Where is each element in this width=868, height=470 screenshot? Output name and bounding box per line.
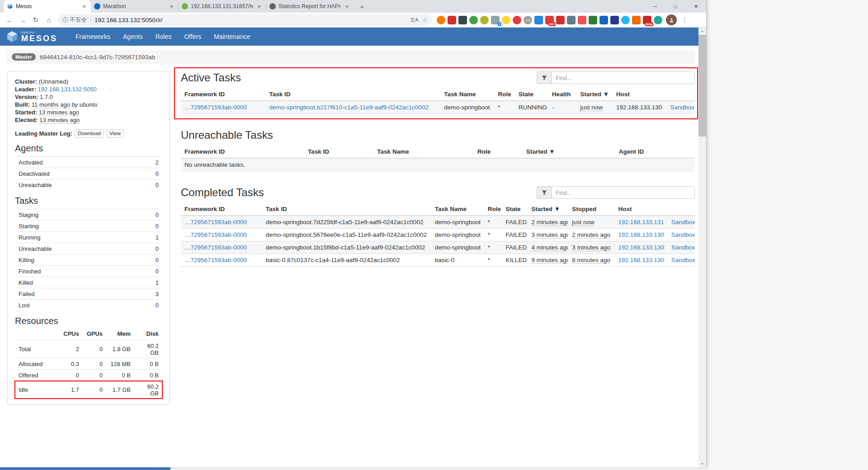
col-task-name[interactable]: Task Name	[373, 146, 474, 158]
nav-item-roles[interactable]: Roles	[149, 28, 178, 46]
extension-icon[interactable]: 1	[491, 16, 500, 24]
tab-spring-hello[interactable]: 192.168.133.131:31657/hello ✕	[179, 0, 266, 13]
tab-haproxy[interactable]: Statistics Report for HAProxy ✕	[266, 0, 354, 13]
tab-marathon[interactable]: Marathon ✕	[91, 0, 178, 13]
col-role[interactable]: Role	[474, 146, 523, 158]
window-maximize-button[interactable]: □	[665, 0, 686, 13]
col-stopped[interactable]: Stopped	[568, 203, 614, 216]
col-health[interactable]: Health	[548, 88, 577, 101]
scroll-up-icon[interactable]: ▲	[698, 28, 706, 34]
col-framework-id[interactable]: Framework ID	[181, 146, 304, 158]
completed-tasks-find-input[interactable]	[552, 186, 695, 199]
tab-close-icon[interactable]: ✕	[81, 3, 88, 10]
vertical-scrollbar[interactable]: ▲ ▼	[698, 28, 706, 467]
col-state[interactable]: State	[502, 203, 528, 216]
col-host[interactable]: Host	[613, 88, 666, 101]
task-id-link[interactable]: demo-springboot.b217f610-c1a5-11e9-aaf9-…	[269, 104, 429, 111]
back-button[interactable]: ←	[4, 14, 15, 26]
col-sandbox[interactable]	[668, 203, 695, 216]
nav-item-frameworks[interactable]: Frameworks	[69, 28, 117, 46]
extension-icon[interactable]	[654, 16, 662, 24]
extension-icon[interactable]: (=)	[524, 16, 532, 24]
extension-icon[interactable]	[578, 16, 586, 24]
bookmark-star-icon[interactable]: ☆	[422, 16, 428, 24]
extension-icon[interactable]: 99+	[545, 16, 554, 24]
filter-button[interactable]	[537, 71, 552, 84]
tab-close-icon[interactable]: ✕	[256, 3, 263, 10]
col-task-name[interactable]: Task Name	[431, 203, 484, 216]
translate-icon[interactable]: 文A	[410, 17, 418, 24]
extension-icon[interactable]	[437, 16, 445, 24]
new-tab-button[interactable]: +	[357, 1, 367, 11]
framework-id-link[interactable]: …7295671593ab-0000	[184, 104, 247, 111]
sandbox-link[interactable]: Sandbox	[670, 104, 694, 111]
forward-button[interactable]: →	[17, 14, 28, 26]
nav-item-agents[interactable]: Agents	[117, 28, 149, 46]
col-framework-id[interactable]: Framework ID	[181, 88, 266, 101]
col-role[interactable]: Role	[495, 88, 515, 101]
framework-id-link[interactable]: …7295671593ab-0000	[184, 231, 247, 238]
mesos-brand[interactable]: Apache MESOS	[6, 31, 57, 42]
reload-button[interactable]: ↻	[30, 14, 42, 26]
col-task-id[interactable]: Task ID	[266, 88, 441, 101]
leader-link[interactable]: 192.168.133.132:5050	[38, 86, 97, 93]
extension-icon[interactable]	[502, 16, 510, 24]
col-started-sorted[interactable]: Started ▼	[523, 146, 615, 158]
home-button[interactable]: ⌂	[43, 14, 55, 26]
extension-icon[interactable]: New	[643, 16, 651, 24]
extension-icon[interactable]	[513, 16, 521, 24]
nav-item-maintenance[interactable]: Maintenance	[208, 28, 256, 46]
col-task-id[interactable]: Task ID	[304, 146, 373, 158]
host-link[interactable]: 192.168.133.131	[618, 219, 664, 226]
tab-close-icon[interactable]: ✕	[168, 3, 175, 10]
extension-icon[interactable]	[556, 16, 565, 24]
filter-button[interactable]	[537, 186, 552, 199]
url-text[interactable]: 192.168.133.132:5050/#/	[94, 17, 410, 24]
framework-id-link[interactable]: …7295671593ab-0000	[184, 244, 247, 251]
extension-icon[interactable]	[480, 16, 489, 24]
extension-icon[interactable]	[448, 16, 456, 24]
extension-icon[interactable]	[567, 16, 576, 24]
active-tasks-find-input[interactable]	[552, 71, 695, 84]
scroll-down-icon[interactable]: ▼	[698, 461, 706, 467]
col-role[interactable]: Role	[484, 203, 502, 216]
scrollbar-thumb[interactable]	[698, 35, 706, 136]
tab-close-icon[interactable]: ✕	[344, 3, 350, 10]
window-close-button[interactable]: ✕	[686, 0, 706, 13]
sandbox-link[interactable]: Sandbox	[671, 244, 695, 251]
col-state[interactable]: State	[515, 88, 548, 101]
extension-icon[interactable]	[610, 16, 619, 24]
sandbox-link[interactable]: Sandbox	[671, 219, 695, 226]
view-log-button[interactable]: View	[106, 129, 124, 138]
sandbox-link[interactable]: Sandbox	[671, 231, 695, 238]
extension-icon[interactable]	[458, 16, 467, 24]
col-framework-id[interactable]: Framework ID	[181, 203, 262, 216]
extension-icon[interactable]	[589, 16, 597, 24]
col-agent-id[interactable]: Agent ID	[615, 146, 695, 158]
host-link[interactable]: 192.168.133.130	[618, 244, 664, 251]
extension-icon[interactable]	[632, 16, 641, 24]
host-link[interactable]: 192.168.133.130	[618, 257, 664, 263]
nav-item-offers[interactable]: Offers	[178, 28, 208, 46]
col-host[interactable]: Host	[615, 203, 668, 216]
browser-menu-button[interactable]: ⋮	[679, 15, 689, 25]
extension-icon[interactable]	[599, 16, 608, 24]
host-link[interactable]: 192.168.133.130	[618, 231, 664, 238]
col-task-id[interactable]: Task ID	[262, 203, 431, 216]
profile-avatar[interactable]	[666, 14, 677, 25]
tab-mesos[interactable]: Mesos ✕	[4, 0, 91, 13]
col-started-sorted[interactable]: Started ▼	[576, 88, 613, 101]
sandbox-link[interactable]: Sandbox	[671, 257, 695, 263]
col-task-name[interactable]: Task Name	[440, 88, 494, 101]
framework-id-link[interactable]: …7295671593ab-0000	[184, 257, 247, 263]
not-secure-chip[interactable]: ⓘ 不安全	[62, 16, 87, 24]
col-started-sorted[interactable]: Started ▼	[528, 203, 568, 216]
window-minimize-button[interactable]: ─	[645, 0, 665, 13]
framework-id-link[interactable]: …7295671593ab-0000	[184, 219, 247, 226]
extension-icon[interactable]	[469, 16, 478, 24]
col-sandbox[interactable]	[666, 88, 695, 101]
extension-icon[interactable]	[534, 16, 543, 24]
extension-icon[interactable]	[621, 16, 630, 24]
address-bar[interactable]: ⓘ 不安全 192.168.133.132:5050/#/ 文A ☆	[58, 14, 432, 26]
download-log-button[interactable]: Download	[75, 129, 104, 138]
